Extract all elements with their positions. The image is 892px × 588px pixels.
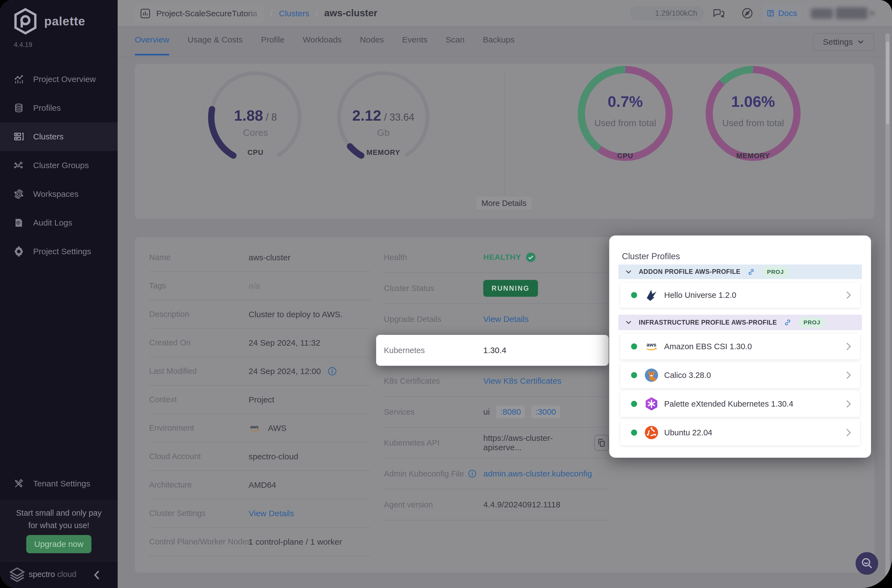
search-fab-button[interactable] bbox=[856, 552, 878, 575]
upgrade-promo: Start small and only pay for what you us… bbox=[0, 500, 118, 561]
upgrade-view-details-link[interactable]: View Details bbox=[483, 314, 529, 324]
cluster-tabs: Overview Usage & Costs Profile Workloads… bbox=[135, 35, 515, 46]
view-details-link[interactable]: View Details bbox=[249, 509, 294, 518]
usage-overview-card: 1.88 / 8 Cores CPU 2.12 / 33.64 Gb MEMOR… bbox=[135, 64, 874, 219]
sidebar-item-profiles[interactable]: Profiles bbox=[0, 94, 118, 122]
chart-icon bbox=[13, 74, 24, 85]
upgrade-now-button[interactable]: Upgrade now bbox=[26, 535, 92, 553]
topbar: Project-ScaleSecureTutoria / Clusters / … bbox=[118, 0, 892, 27]
chevron-down-icon bbox=[625, 319, 632, 326]
sidebar-item-project-overview[interactable]: Project Overview bbox=[0, 65, 118, 94]
pack-status-dot bbox=[631, 292, 637, 298]
palette-logo-icon bbox=[13, 8, 38, 35]
sidebar-item-label: Workspaces bbox=[33, 189, 79, 199]
info-icon[interactable] bbox=[327, 367, 337, 376]
memory-donut-label: MEMORY bbox=[703, 152, 803, 160]
docs-button[interactable]: Docs bbox=[762, 4, 801, 22]
row-value: Cluster to deploy to AWS. bbox=[249, 310, 343, 319]
pack-status-dot bbox=[631, 344, 637, 350]
detail-row-kubernetes-highlighted: Kubernetes 1.30.4 bbox=[376, 335, 609, 366]
sidebar-item-label: Audit Logs bbox=[33, 218, 72, 228]
sidebar-item-project-settings[interactable]: Project Settings bbox=[0, 237, 118, 266]
tab-backups[interactable]: Backups bbox=[483, 35, 515, 46]
breadcrumb-separator: / bbox=[270, 8, 273, 18]
calico-icon bbox=[644, 368, 659, 382]
detail-row-cluster-status: Cluster Status RUNNING bbox=[384, 273, 609, 304]
infra-profile-header-label: INFRASTRUCTURE PROFILE AWS-PROFILE bbox=[639, 319, 777, 326]
magnifier-smile-icon bbox=[860, 557, 874, 570]
row-label: Description bbox=[149, 310, 249, 319]
pack-name: Palette eXtended Kubernetes 1.30.4 bbox=[664, 399, 793, 409]
tab-profile[interactable]: Profile bbox=[261, 35, 284, 46]
row-value: AMD64 bbox=[249, 480, 276, 490]
account-menu[interactable] bbox=[803, 3, 875, 24]
row-label: Agent version bbox=[384, 500, 483, 509]
link-icon[interactable] bbox=[784, 318, 792, 327]
profile-item-ubuntu[interactable]: Ubuntu 22.04 bbox=[620, 420, 860, 446]
detail-row-k8s-certificates: K8s Certificates View K8s Certificates bbox=[384, 366, 609, 397]
sidebar-item-label: Tenant Settings bbox=[33, 479, 90, 488]
copy-api-url-button[interactable] bbox=[594, 435, 609, 451]
settings-dropdown-button[interactable]: Settings bbox=[813, 33, 874, 51]
profile-item-palette-extended-kubernetes[interactable]: Palette eXtended Kubernetes 1.30.4 bbox=[620, 391, 860, 417]
infrastructure-profile-section-header[interactable]: INFRASTRUCTURE PROFILE AWS-PROFILE PROJ bbox=[618, 315, 862, 330]
project-name: Project-ScaleSecureTutoria bbox=[156, 9, 257, 18]
view-k8s-certificates-link[interactable]: View K8s Certificates bbox=[483, 376, 562, 386]
row-label: Last Modified bbox=[149, 367, 249, 376]
sidebar-item-tenant-settings[interactable]: Tenant Settings bbox=[0, 469, 118, 498]
more-details-button[interactable]: More Details bbox=[476, 196, 532, 210]
detail-row-cluster-settings: Cluster Settings View Details bbox=[149, 500, 371, 528]
chevron-right-icon bbox=[845, 342, 852, 351]
tab-usage-costs[interactable]: Usage & Costs bbox=[188, 35, 243, 46]
profile-item-hello-universe[interactable]: Hello Universe 1.2.0 bbox=[620, 282, 860, 308]
help-compass-button[interactable] bbox=[741, 7, 754, 20]
memory-gauge-label: MEMORY bbox=[333, 148, 433, 157]
tab-scan[interactable]: Scan bbox=[446, 35, 464, 46]
spectro-cloud-logo-icon bbox=[8, 567, 26, 583]
tab-overview[interactable]: Overview bbox=[135, 35, 169, 46]
pack-status-dot bbox=[631, 429, 637, 436]
row-label: Context bbox=[149, 395, 249, 404]
addon-profile-section-header[interactable]: ADDON PROFILE AWS-PROFILE PROJ bbox=[618, 264, 862, 279]
sidebar-item-cluster-groups[interactable]: Cluster Groups bbox=[0, 151, 118, 180]
detail-row-created-on: Created On 24 Sep 2024, 11:32 bbox=[149, 329, 371, 357]
row-value: spectro-cloud bbox=[249, 452, 298, 461]
sidebar-item-workspaces[interactable]: Workspaces bbox=[0, 180, 118, 208]
detail-row-services: Services ui :8080 :3000 bbox=[384, 397, 609, 428]
page-scrollbar[interactable] bbox=[885, 33, 890, 582]
row-label: Cluster Settings bbox=[149, 509, 249, 518]
aws-ebs-icon: aws bbox=[644, 339, 659, 354]
usage-credit-badge: 1.29/100kCh bbox=[630, 6, 704, 20]
service-port-3000-link[interactable]: :3000 bbox=[531, 405, 560, 418]
detail-row-kubernetes-api: Kubernetes API https://aws-cluster-apise… bbox=[384, 428, 609, 459]
tab-workloads[interactable]: Workloads bbox=[303, 35, 342, 46]
link-icon[interactable] bbox=[747, 268, 755, 276]
row-label: Environment bbox=[149, 423, 249, 433]
app-version: 4.4.19 bbox=[14, 41, 32, 49]
chat-button[interactable] bbox=[712, 7, 726, 20]
tab-events[interactable]: Events bbox=[402, 35, 428, 46]
profile-item-amazon-ebs-csi[interactable]: aws Amazon EBS CSI 1.30.0 bbox=[620, 333, 860, 359]
breadcrumb-current-cluster: aws-cluster bbox=[324, 8, 377, 18]
memory-used-value: 2.12 bbox=[352, 107, 381, 124]
sidebar-item-audit-logs[interactable]: Audit Logs bbox=[0, 208, 118, 237]
sidebar-menu: Project Overview Profiles Clusters bbox=[0, 65, 118, 266]
detail-row-tags: Tags n/a bbox=[149, 272, 371, 300]
cloud-text: cloud bbox=[57, 570, 76, 579]
kubeconfig-download-link[interactable]: admin.aws-cluster.kubeconfig bbox=[483, 469, 592, 478]
project-selector[interactable]: Project-ScaleSecureTutoria bbox=[134, 4, 264, 23]
detail-row-nodes: Control Plane/Worker Nodes 1 control-pla… bbox=[149, 528, 371, 556]
info-icon[interactable] bbox=[468, 469, 477, 478]
tab-nodes[interactable]: Nodes bbox=[360, 35, 384, 46]
sidebar-item-clusters[interactable]: Clusters bbox=[0, 122, 118, 151]
hello-universe-icon bbox=[644, 288, 659, 302]
breadcrumb-clusters-link[interactable]: Clusters bbox=[279, 9, 309, 18]
profile-item-calico[interactable]: Calico 3.28.0 bbox=[620, 362, 860, 388]
chevron-down-icon bbox=[857, 38, 864, 45]
scrollbar-thumb[interactable] bbox=[886, 41, 889, 124]
memory-gauge: 2.12 / 33.64 Gb MEMORY bbox=[333, 68, 433, 167]
collapse-sidebar-icon[interactable] bbox=[93, 570, 101, 580]
service-port-8080-link[interactable]: :8080 bbox=[496, 405, 525, 418]
cpu-unit: Cores bbox=[206, 127, 305, 138]
cpu-used-value: 1.88 bbox=[234, 107, 263, 124]
